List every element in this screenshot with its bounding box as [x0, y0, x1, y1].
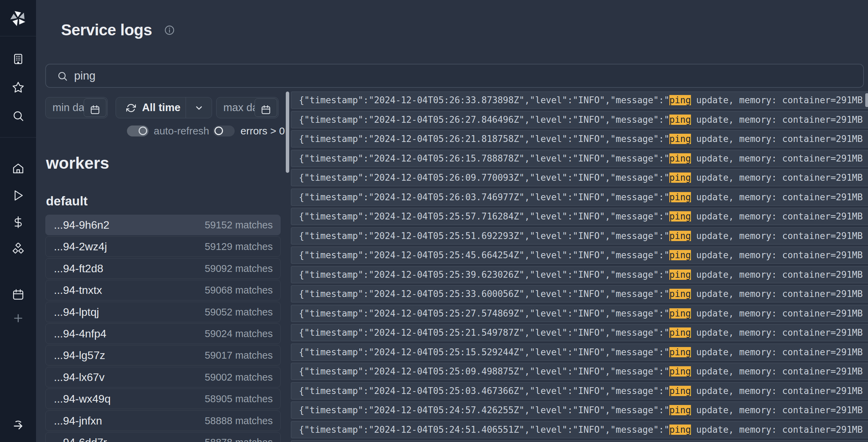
min-date-placeholder: min da [52, 97, 84, 118]
search-match-highlight: ping [669, 308, 691, 319]
log-row[interactable]: {"timestamp":"2024-12-04T05:25:21.549787… [291, 324, 868, 341]
log-row[interactable]: {"timestamp":"2024-12-04T05:26:21.818758… [291, 130, 868, 147]
log-line: {"timestamp":"2024-12-04T05:25:09.498875… [291, 363, 868, 380]
worker-row[interactable]: ...94-2wz4j 59129 matches [45, 236, 281, 257]
magnifier-icon [57, 71, 68, 82]
errors-toggle[interactable] [213, 126, 235, 136]
log-row[interactable]: {"timestamp":"2024-12-04T05:24:57.426255… [291, 402, 868, 419]
log-scrollbar-right-thumb[interactable] [865, 93, 868, 107]
worker-match-count: 59068 matches [205, 280, 273, 300]
log-timestamp: 2024-12-04T05:25:33.600056Z [374, 289, 519, 299]
play-icon[interactable] [12, 189, 24, 202]
log-row[interactable]: {"timestamp":"2024-12-04T05:25:51.692293… [291, 227, 868, 244]
auto-refresh-toggle[interactable] [127, 126, 149, 136]
worker-row[interactable]: ...94-lg57z 59017 matches [45, 345, 281, 366]
worker-name: ...94-lptqj [54, 302, 99, 322]
worker-name: ...94-9h6n2 [54, 215, 109, 235]
search-icon[interactable] [12, 110, 24, 122]
search-box [45, 64, 864, 88]
cubes-icon[interactable] [12, 243, 24, 255]
max-date-filter[interactable]: max da [216, 97, 279, 118]
log-line: {"timestamp":"2024-12-04T05:26:09.770093… [291, 169, 868, 186]
log-line: {"timestamp":"2024-12-04T05:25:21.549787… [291, 324, 868, 341]
worker-match-count: 59052 matches [205, 302, 273, 322]
worker-row[interactable]: ...94-6dd7r 58878 matches [45, 432, 281, 442]
log-row[interactable]: {"timestamp":"2024-12-04T05:25:33.600056… [291, 285, 868, 302]
log-timestamp: 2024-12-04T05:25:57.716284Z [374, 211, 519, 222]
worker-name: ...94-wx49q [54, 389, 110, 409]
worker-row[interactable]: ...94-4nfp4 59024 matches [45, 323, 281, 344]
worker-name: ...94-jnfxn [54, 411, 102, 431]
calendar-icon[interactable] [12, 288, 24, 301]
worker-match-count: 58878 matches [205, 432, 273, 442]
dollar-icon[interactable] [12, 216, 24, 228]
search-match-highlight: ping [669, 327, 691, 338]
log-line: {"timestamp":"2024-12-04T05:26:21.818758… [291, 131, 868, 147]
log-row[interactable]: {"timestamp":"2024-12-04T05:25:39.623026… [291, 266, 868, 283]
time-range-dropdown[interactable] [186, 97, 212, 118]
modal-logo-icon[interactable] [10, 10, 27, 27]
info-icon[interactable] [164, 25, 175, 36]
log-row[interactable]: {"timestamp":"2024-12-04T05:25:27.574869… [291, 305, 868, 322]
worker-row[interactable]: ...94-jnfxn 58888 matches [45, 410, 281, 431]
log-row[interactable]: {"timestamp":"2024-12-04T05:25:15.529244… [291, 344, 868, 361]
max-date-placeholder: max da [223, 97, 258, 118]
worker-name: ...94-6dd7r [54, 432, 107, 442]
arrow-right-icon[interactable] [12, 418, 24, 431]
log-row[interactable]: {"timestamp":"2024-12-04T05:25:03.467366… [291, 382, 868, 399]
time-range-filter[interactable]: All time [116, 97, 212, 118]
log-row[interactable]: {"timestamp":"2024-12-04T05:26:33.873898… [291, 92, 868, 109]
log-line: {"timestamp":"2024-12-04T05:26:15.788878… [291, 150, 868, 167]
log-timestamp: 2024-12-04T05:25:15.529244Z [374, 347, 519, 357]
log-timestamp: 2024-12-04T05:25:09.498875Z [374, 366, 519, 377]
log-row[interactable]: {"timestamp":"2024-12-04T05:25:45.664254… [291, 247, 868, 264]
home-icon[interactable] [12, 163, 24, 175]
toggle-knob [139, 127, 147, 135]
log-row[interactable]: {"timestamp":"2024-12-04T05:26:27.846496… [291, 111, 868, 128]
worker-row[interactable]: ...94-lptqj 59052 matches [45, 302, 281, 322]
worker-list: ...94-9h6n2 59152 matches ...94-2wz4j 59… [45, 215, 281, 442]
log-row[interactable]: {"timestamp":"2024-12-04T05:24:51.406551… [291, 421, 868, 438]
time-range-label: All time [142, 97, 180, 118]
search-match-highlight: ping [669, 347, 691, 357]
workers-heading: workers [46, 154, 109, 172]
plus-icon[interactable] [12, 312, 24, 324]
search-input[interactable] [74, 64, 856, 87]
log-timestamp: 2024-12-04T05:24:51.406551Z [374, 425, 519, 435]
worker-row[interactable]: ...94-lx67v 59002 matches [45, 367, 281, 387]
worker-row[interactable]: ...94-9h6n2 59152 matches [45, 215, 281, 235]
log-line: {"timestamp":"2024-12-04T05:25:39.623026… [291, 266, 868, 283]
log-row[interactable]: {"timestamp":"","level":"INFO","message"… [291, 440, 868, 442]
service-logs-page: { "app": { "brand_icon": "modal-pinwheel… [0, 0, 868, 442]
max-date-calendar-button[interactable] [255, 98, 277, 117]
worker-row[interactable]: ...94-wx49q 58905 matches [45, 389, 281, 409]
log-row[interactable]: {"timestamp":"2024-12-04T05:26:09.770093… [291, 169, 868, 186]
worker-row[interactable]: ...94-ft2d8 59092 matches [45, 258, 281, 279]
log-row[interactable]: {"timestamp":"2024-12-04T05:25:57.716284… [291, 208, 868, 225]
worker-name: ...94-4nfp4 [54, 324, 106, 344]
search-match-highlight: ping [669, 231, 691, 241]
worker-name: ...94-2wz4j [54, 237, 107, 256]
worker-match-count: 59092 matches [205, 259, 273, 278]
log-timestamp: 2024-12-04T05:25:45.664254Z [374, 250, 519, 260]
log-row[interactable]: {"timestamp":"2024-12-04T05:25:09.498875… [291, 363, 868, 380]
building-icon[interactable] [12, 53, 24, 65]
star-icon[interactable] [12, 81, 24, 94]
log-row[interactable]: {"timestamp":"2024-12-04T05:26:03.746977… [291, 189, 868, 206]
search-match-highlight: ping [669, 270, 691, 280]
toggle-knob [214, 127, 223, 135]
search-match-highlight: ping [669, 405, 691, 415]
log-timestamp: 2024-12-04T05:25:03.467366Z [374, 386, 519, 396]
log-scrollbar-left-thumb[interactable] [286, 92, 289, 173]
search-match-highlight: ping [669, 192, 691, 202]
search-match-highlight: ping [669, 250, 691, 260]
worker-match-count: 59129 matches [205, 237, 273, 256]
min-date-filter[interactable]: min da [45, 97, 108, 118]
worker-row[interactable]: ...94-tnxtx 59068 matches [45, 280, 281, 300]
min-date-calendar-button[interactable] [84, 98, 106, 117]
log-row[interactable]: {"timestamp":"2024-12-04T05:26:15.788878… [291, 150, 868, 167]
log-timestamp: 2024-12-04T05:26:09.770093Z [374, 172, 519, 183]
log-line: {"timestamp":"2024-12-04T05:25:33.600056… [291, 286, 868, 302]
log-timestamp: 2024-12-04T05:25:51.692293Z [374, 231, 519, 241]
log-line: {"timestamp":"2024-12-04T05:25:51.692293… [291, 228, 868, 244]
